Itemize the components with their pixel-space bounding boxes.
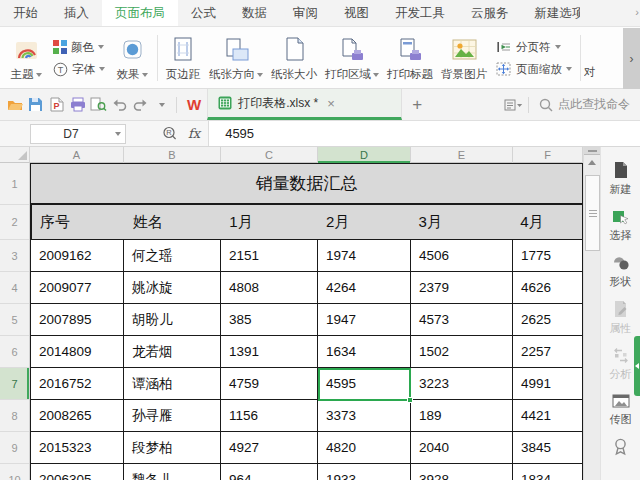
menu-tab-数据[interactable]: 数据 — [229, 0, 280, 26]
cell[interactable]: 3223 — [411, 368, 513, 399]
cell[interactable]: 2257 — [513, 336, 583, 367]
print-preview-button[interactable] — [88, 93, 109, 117]
ribbon-button-页边距[interactable]: 页边距 — [161, 30, 205, 86]
cell[interactable]: 2008265 — [30, 400, 124, 431]
cell[interactable]: 1974 — [318, 240, 411, 271]
cell[interactable]: 2625 — [513, 304, 583, 335]
row-header-4[interactable]: 4 — [0, 272, 29, 304]
cell[interactable]: 2016752 — [30, 368, 124, 399]
scrollbar-thumb[interactable] — [585, 175, 600, 251]
cell[interactable]: 4808 — [221, 272, 318, 303]
undo-button[interactable] — [109, 93, 130, 117]
tab-list-button[interactable] — [503, 93, 524, 117]
cell[interactable]: 1634 — [318, 336, 411, 367]
menu-tab-开始[interactable]: 开始 — [0, 0, 51, 26]
ribbon-button-页面缩放[interactable]: 页面缩放 — [496, 62, 572, 77]
cell[interactable]: 2151 — [221, 240, 318, 271]
sidebar-item-传图[interactable]: 传图 — [610, 393, 632, 427]
menu-tab-审阅[interactable]: 审阅 — [280, 0, 331, 26]
sidebar-item-形状[interactable]: 形状 — [610, 254, 632, 289]
header-cell[interactable]: 2月 — [318, 205, 411, 239]
name-box[interactable]: D7 — [30, 124, 126, 144]
name-box-dropdown[interactable] — [111, 132, 125, 136]
ribbon-button-字体[interactable]: T字体 — [53, 62, 105, 77]
cell[interactable]: 魏冬儿 — [124, 464, 221, 480]
cell[interactable]: 4264 — [318, 272, 411, 303]
cell[interactable]: 2009077 — [30, 272, 124, 303]
customize-toolbar-button[interactable] — [151, 93, 172, 117]
menu-overflow-chevron-icon[interactable]: › — [635, 6, 639, 18]
row-header-3[interactable]: 3 — [0, 240, 29, 272]
insert-function-button[interactable]: fx — [188, 126, 200, 141]
cell[interactable]: 1933 — [318, 464, 411, 480]
menu-tab-页面布局[interactable]: 页面布局 — [102, 0, 178, 26]
menu-tab-开发工具[interactable]: 开发工具 — [382, 0, 458, 26]
cell[interactable]: 4595 — [318, 368, 411, 399]
cell[interactable]: 4991 — [513, 368, 583, 399]
cell[interactable]: 2009162 — [30, 240, 124, 271]
cell[interactable]: 2007895 — [30, 304, 124, 335]
cell[interactable]: 1156 — [221, 400, 318, 431]
command-search[interactable]: 点此查找命令 — [533, 96, 636, 113]
ribbon-button-打印区域[interactable]: 打印区域 — [321, 30, 383, 86]
column-header-C[interactable]: C — [221, 147, 318, 163]
cell[interactable]: 1834 — [513, 464, 583, 480]
cell[interactable]: 4506 — [411, 240, 513, 271]
cell[interactable]: 1947 — [318, 304, 411, 335]
select-all-corner[interactable] — [0, 147, 30, 163]
sidebar-toggle-handle[interactable] — [634, 336, 640, 396]
cell[interactable]: 4573 — [411, 304, 513, 335]
redo-button[interactable] — [130, 93, 151, 117]
save-button[interactable] — [25, 93, 46, 117]
ribbon-button-打印标题[interactable]: 打印标题 — [383, 30, 437, 86]
cell[interactable]: 964 — [221, 464, 318, 480]
column-header-D[interactable]: D — [318, 147, 411, 163]
column-header-E[interactable]: E — [411, 147, 513, 163]
open-file-button[interactable] — [4, 93, 25, 117]
cell[interactable]: 谭涵柏 — [124, 368, 221, 399]
cell[interactable]: 4759 — [221, 368, 318, 399]
menu-tab-插入[interactable]: 插入 — [51, 0, 102, 26]
new-tab-button[interactable]: + — [402, 95, 432, 115]
scroll-up-button[interactable] — [584, 155, 600, 170]
cell[interactable]: 2040 — [411, 432, 513, 463]
row-header-5[interactable]: 5 — [0, 304, 29, 336]
header-cell[interactable]: 3月 — [411, 205, 513, 239]
menu-tab-视图[interactable]: 视图 — [331, 0, 382, 26]
row-header-8[interactable]: 8 — [0, 400, 29, 432]
cell[interactable]: 2015323 — [30, 432, 124, 463]
header-cell[interactable]: 序号 — [31, 205, 125, 239]
cell[interactable]: 2006305 — [30, 464, 124, 480]
cell[interactable]: 姚冰旋 — [124, 272, 221, 303]
cell[interactable]: 4626 — [513, 272, 583, 303]
column-header-B[interactable]: B — [124, 147, 221, 163]
cell[interactable]: 孙寻雁 — [124, 400, 221, 431]
close-tab-button[interactable]: × — [324, 96, 338, 111]
sidebar-item-新建[interactable]: 新建 — [610, 161, 632, 197]
header-cell[interactable]: 4月 — [512, 205, 582, 239]
cell[interactable]: 胡盼儿 — [124, 304, 221, 335]
cell[interactable]: 4421 — [513, 400, 583, 431]
document-tab-active[interactable]: 打印表格.xlsx * × — [207, 89, 402, 120]
ribbon-button-效果[interactable]: 效果 — [110, 30, 154, 86]
merged-title-cell[interactable]: 销量数据汇总 — [30, 163, 583, 205]
formula-input[interactable]: 4595 — [208, 121, 640, 146]
cell[interactable]: 2014809 — [30, 336, 124, 367]
ribbon-button-颜色[interactable]: 颜色 — [53, 40, 105, 55]
cell[interactable]: 385 — [221, 304, 318, 335]
column-header-F[interactable]: F — [513, 147, 583, 163]
cell[interactable]: 189 — [411, 400, 513, 431]
row-header-10[interactable]: 10 — [0, 464, 29, 480]
ribbon-button-背景图片[interactable]: 背景图片 — [437, 30, 491, 86]
ribbon-button-分页符[interactable]: 分页符 — [496, 40, 572, 55]
row-header-9[interactable]: 9 — [0, 432, 29, 464]
row-header-7[interactable]: 7 — [0, 368, 29, 400]
print-button[interactable] — [67, 93, 88, 117]
cell[interactable]: 1502 — [411, 336, 513, 367]
header-cell[interactable]: 姓名 — [125, 205, 222, 239]
row-header-2[interactable]: 2 — [0, 205, 29, 240]
cell[interactable]: 何之瑶 — [124, 240, 221, 271]
cell[interactable]: 龙若烟 — [124, 336, 221, 367]
ribbon-button-纸张方向[interactable]: 纸张方向 — [205, 30, 267, 86]
export-pdf-button[interactable]: P — [46, 93, 67, 117]
